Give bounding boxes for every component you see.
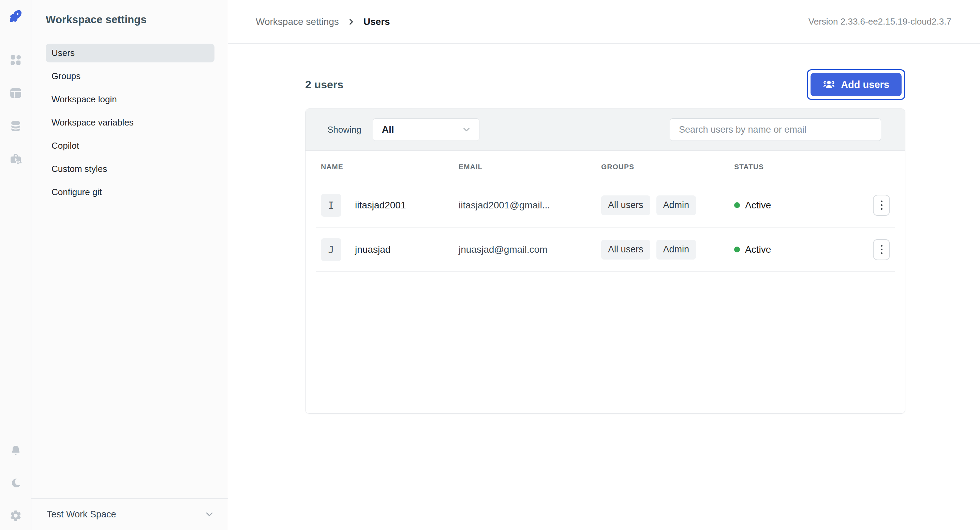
add-users-button[interactable]: Add users xyxy=(811,73,902,96)
column-header-groups: GROUPS xyxy=(596,163,729,171)
name-cell: I iitasjad2001 xyxy=(316,194,453,217)
chevron-down-icon xyxy=(204,509,215,520)
status-dot xyxy=(734,247,740,252)
status-badge: Active xyxy=(745,244,771,255)
column-header-name: NAME xyxy=(316,163,453,171)
status-cell: Active xyxy=(729,200,857,211)
sidebar-item-label: Workspace login xyxy=(51,94,117,105)
settings-menu: Users Groups Workspace login Workspace v… xyxy=(46,44,215,206)
users-page: 2 users Add users Showing xyxy=(228,44,980,414)
workspace-switcher[interactable]: Test Work Space xyxy=(31,498,228,530)
user-name: iitasjad2001 xyxy=(355,200,406,211)
groups-cell: All users Admin xyxy=(596,240,729,259)
breadcrumb: Workspace settings Users xyxy=(256,16,390,27)
breadcrumb-current: Users xyxy=(363,16,390,27)
groups-cell: All users Admin xyxy=(596,196,729,215)
filter-bar: Showing All xyxy=(305,109,905,151)
users-toolbar: 2 users Add users xyxy=(305,68,905,101)
sidebar-title: Workspace settings xyxy=(31,0,228,26)
name-cell: J jnuasjad xyxy=(316,238,453,261)
status-cell: Active xyxy=(729,244,857,255)
group-badge: All users xyxy=(601,196,650,215)
breadcrumb-parent[interactable]: Workspace settings xyxy=(256,16,339,27)
sidebar-item-label: Workspace variables xyxy=(51,117,134,128)
version-label: Version 2.33.6-ee2.15.19-cloud2.3.7 xyxy=(808,16,951,27)
avatar: J xyxy=(321,238,341,261)
chevron-right-icon xyxy=(347,17,356,27)
data-sources-icon[interactable] xyxy=(9,119,22,133)
sidebar-item-copilot[interactable]: Copilot xyxy=(46,137,215,155)
add-users-label: Add users xyxy=(841,79,889,91)
showing-label: Showing xyxy=(327,124,361,135)
notifications-icon[interactable] xyxy=(9,444,22,458)
sidebar-item-label: Users xyxy=(51,48,75,58)
users-group-icon xyxy=(823,78,835,91)
sidebar-item-configure-git[interactable]: Configure git xyxy=(46,183,215,202)
group-badge: Admin xyxy=(656,196,696,215)
table-row: J jnuasjad jnuasjad@gmail.com All users … xyxy=(316,228,895,272)
sidebar-item-label: Configure git xyxy=(51,187,102,197)
add-users-focus-ring: Add users xyxy=(807,69,905,100)
users-count: 2 users xyxy=(305,78,344,91)
dark-mode-icon[interactable] xyxy=(9,476,22,490)
email-cell: jnuasjad@gmail.com xyxy=(453,244,596,255)
topbar: Workspace settings Users Version 2.33.6-… xyxy=(228,0,980,44)
users-table: NAME EMAIL GROUPS STATUS I iitasjad2001 … xyxy=(305,151,905,272)
avatar: I xyxy=(321,194,341,217)
workspace-name: Test Work Space xyxy=(47,509,116,520)
sidebar-item-label: Groups xyxy=(51,71,81,81)
icon-rail xyxy=(0,0,31,530)
sidebar-item-workspace-variables[interactable]: Workspace variables xyxy=(46,113,215,132)
column-header-status: STATUS xyxy=(729,163,857,171)
rocket-logo-icon[interactable] xyxy=(8,8,24,24)
main-area: Workspace settings Users Version 2.33.6-… xyxy=(228,0,980,530)
email-cell: iitasjad2001@gmail... xyxy=(453,200,596,211)
row-actions-menu-button[interactable] xyxy=(873,195,890,216)
sidebar-item-label: Custom styles xyxy=(51,164,107,174)
sidebar-item-custom-styles[interactable]: Custom styles xyxy=(46,160,215,178)
table-row: I iitasjad2001 iitasjad2001@gmail... All… xyxy=(316,183,895,228)
apps-icon[interactable] xyxy=(9,53,22,67)
user-name: jnuasjad xyxy=(355,244,390,255)
filter-select-value: All xyxy=(382,124,394,135)
filter-select[interactable]: All xyxy=(373,118,479,141)
settings-icon[interactable] xyxy=(9,509,22,522)
column-header-email: EMAIL xyxy=(453,163,596,171)
row-actions-menu-button[interactable] xyxy=(873,239,890,260)
sidebar-item-label: Copilot xyxy=(51,140,79,151)
group-badge: Admin xyxy=(656,240,696,259)
status-dot xyxy=(734,202,740,208)
marketplace-icon[interactable] xyxy=(9,153,22,166)
chevron-down-icon xyxy=(461,124,472,135)
users-card: Showing All NAME EMAIL GROUPS STATUS xyxy=(305,108,905,414)
table-header-row: NAME EMAIL GROUPS STATUS xyxy=(316,151,895,183)
sidebar-item-users[interactable]: Users xyxy=(46,44,215,62)
sidebar-item-workspace-login[interactable]: Workspace login xyxy=(46,90,215,109)
settings-sidebar: Workspace settings Users Groups Workspac… xyxy=(31,0,228,530)
status-badge: Active xyxy=(745,200,771,211)
workflows-icon[interactable] xyxy=(9,86,22,100)
sidebar-item-groups[interactable]: Groups xyxy=(46,67,215,86)
search-input[interactable] xyxy=(670,118,881,141)
group-badge: All users xyxy=(601,240,650,259)
